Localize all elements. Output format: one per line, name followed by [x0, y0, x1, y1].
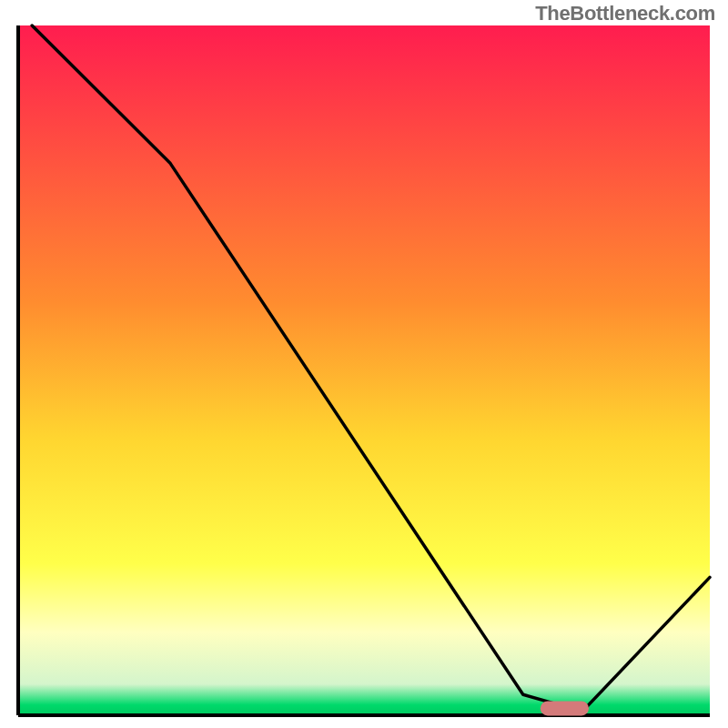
- plot-background: [18, 25, 710, 715]
- chart-svg: [0, 0, 728, 728]
- bottleneck-chart: TheBottleneck.com: [0, 0, 728, 728]
- watermark-text: TheBottleneck.com: [535, 2, 715, 25]
- optimal-zone-marker: [541, 701, 589, 715]
